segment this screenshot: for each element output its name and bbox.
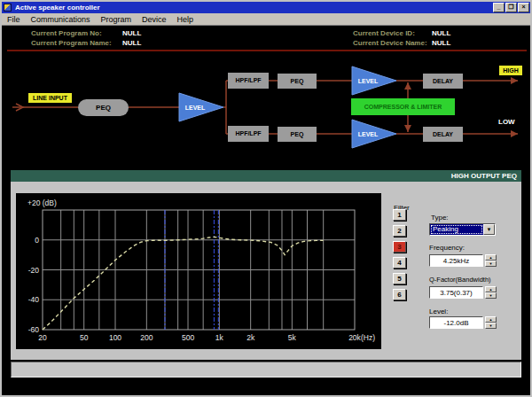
eq-graph[interactable]: 20501002005001k2k5k20k(Hz)+20 (dB)0-20-4… bbox=[16, 193, 381, 349]
input-peq-block[interactable]: PEQ bbox=[78, 99, 129, 116]
filter-button-5[interactable]: 5 bbox=[393, 273, 406, 284]
low-delay-block[interactable]: DELAY bbox=[423, 127, 463, 142]
high-level-label: LEVEL bbox=[358, 78, 379, 84]
minimize-button[interactable]: _ bbox=[493, 3, 505, 12]
y-tick-label: -20 bbox=[28, 266, 40, 275]
level-spinner: ▲ ▼ bbox=[485, 316, 497, 329]
program-name-value: NULL bbox=[122, 39, 141, 47]
x-tick-label: 500 bbox=[182, 333, 194, 342]
x-tick-label: 20k bbox=[348, 333, 361, 342]
x-tick-label: 100 bbox=[109, 333, 121, 342]
q-factor-up-icon[interactable]: ▲ bbox=[485, 286, 497, 292]
compressor-up-arrow-icon bbox=[404, 82, 411, 90]
maximize-button[interactable]: ❐ bbox=[505, 3, 517, 12]
menu-program[interactable]: Program bbox=[96, 15, 137, 24]
level-label: Level: bbox=[429, 307, 448, 315]
window-title: Active speaker controller bbox=[15, 4, 493, 12]
program-no-label: Current Program No: bbox=[31, 29, 102, 37]
title-bar: Active speaker controller _ ❐ × bbox=[2, 2, 530, 13]
app-icon bbox=[4, 4, 12, 12]
compressor-limiter-block[interactable]: COMPRESSOR & LIMITER bbox=[351, 98, 455, 115]
x-tick-label: 2k bbox=[246, 333, 255, 342]
low-peq-block[interactable]: PEQ bbox=[278, 127, 317, 142]
high-output-tag: HIGH bbox=[499, 66, 522, 75]
filter-button-2[interactable]: 2 bbox=[393, 225, 406, 237]
program-no-value: NULL bbox=[122, 29, 141, 37]
high-peq-block[interactable]: PEQ bbox=[278, 74, 317, 89]
high-delay-block[interactable]: DELAY bbox=[423, 74, 463, 89]
eq-plot[interactable]: 20501002005001k2k5k20k(Hz)+20 (dB)0-20-4… bbox=[16, 193, 381, 349]
device-id-label: Current Device ID: bbox=[353, 29, 415, 37]
q-factor-spinner: ▲ ▼ bbox=[485, 286, 497, 299]
frequency-up-icon[interactable]: ▲ bbox=[485, 254, 497, 261]
filter-button-1[interactable]: 1 bbox=[393, 209, 406, 221]
frequency-down-icon[interactable]: ▼ bbox=[485, 261, 497, 267]
frequency-spinner: ▲ ▼ bbox=[485, 254, 497, 267]
menu-device[interactable]: Device bbox=[137, 15, 172, 24]
program-name-label: Current Program Name: bbox=[31, 39, 112, 47]
x-tick-label: 5k bbox=[288, 333, 297, 342]
device-name-label: Current Device Name: bbox=[353, 39, 427, 47]
menu-file[interactable]: File bbox=[2, 15, 26, 24]
low-hpf-lpf-block[interactable]: HPF/LPF bbox=[228, 126, 269, 142]
compressor-down-arrow-icon bbox=[404, 125, 411, 132]
x-tick-label: 1k bbox=[215, 333, 224, 342]
frequency-field[interactable] bbox=[429, 254, 483, 267]
high-output-arrow-icon bbox=[511, 77, 518, 84]
y-tick-label: +20 (dB) bbox=[27, 198, 57, 207]
x-axis-unit: (Hz) bbox=[361, 333, 375, 342]
type-label: Type: bbox=[431, 214, 449, 222]
y-tick-label: -40 bbox=[28, 295, 40, 304]
q-factor-label: Q-Factor(Bandwidth) bbox=[429, 276, 491, 284]
peq-panel-header: HIGH OUTPUT PEQ bbox=[11, 170, 521, 182]
close-button[interactable]: × bbox=[518, 3, 529, 12]
level-up-icon[interactable]: ▲ bbox=[485, 316, 497, 323]
type-selected-value: Peaking bbox=[430, 224, 483, 235]
chevron-down-icon[interactable]: ▼ bbox=[483, 224, 495, 235]
level-down-icon[interactable]: ▼ bbox=[485, 323, 497, 329]
y-tick-label: 0 bbox=[35, 236, 39, 245]
x-tick-label: 50 bbox=[80, 333, 89, 342]
input-level-label: LEVEL bbox=[185, 105, 206, 111]
low-level-label: LEVEL bbox=[358, 131, 379, 137]
q-factor-down-icon[interactable]: ▼ bbox=[485, 292, 497, 299]
high-hpf-lpf-block[interactable]: HPF/LPF bbox=[228, 73, 269, 89]
type-dropdown[interactable]: Peaking ▼ bbox=[429, 223, 496, 236]
menu-communications[interactable]: Communications bbox=[26, 15, 96, 24]
status-bar bbox=[11, 362, 521, 378]
line-input-tag: LINE INPUT bbox=[28, 93, 72, 103]
device-name-value: NULL bbox=[432, 39, 450, 47]
separator-line bbox=[7, 50, 527, 51]
x-tick-label: 20 bbox=[38, 333, 47, 342]
x-tick-label: 200 bbox=[140, 333, 153, 342]
filter-button-3[interactable]: 3 bbox=[393, 241, 406, 253]
q-factor-field[interactable] bbox=[429, 286, 483, 299]
filter-button-4[interactable]: 4 bbox=[393, 257, 406, 269]
level-field[interactable] bbox=[429, 316, 483, 329]
filter-button-6[interactable]: 6 bbox=[393, 289, 406, 300]
menu-bar: File Communications Program Device Help bbox=[2, 13, 530, 26]
low-output-tag: LOW bbox=[498, 118, 515, 126]
low-output-arrow-icon bbox=[511, 130, 518, 137]
device-id-value: NULL bbox=[432, 29, 450, 37]
app-window: Active speaker controller _ ❐ × File Com… bbox=[0, 0, 532, 397]
menu-help[interactable]: Help bbox=[172, 15, 200, 24]
response-curve[interactable] bbox=[43, 237, 324, 330]
y-tick-label: -60 bbox=[28, 325, 40, 334]
frequency-label: Frequency: bbox=[429, 244, 465, 252]
